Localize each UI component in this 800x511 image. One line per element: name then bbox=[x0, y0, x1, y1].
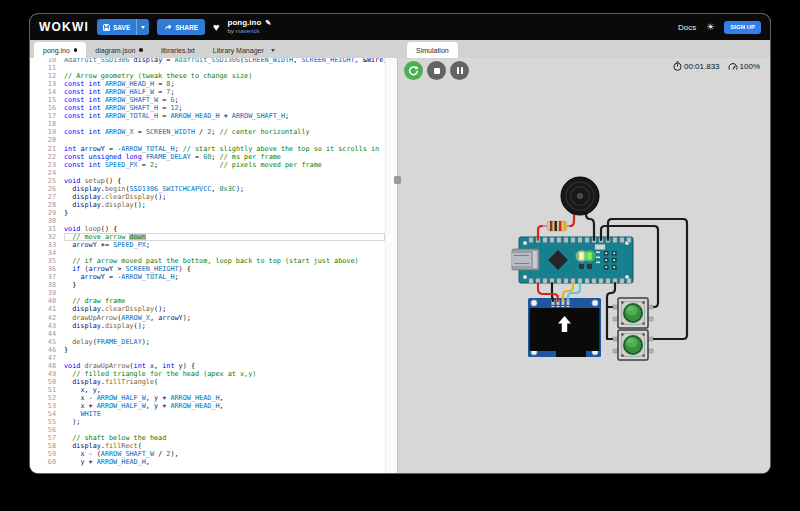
code-line[interactable]: 53 x + ARROW_HALF_W, y + ARROW_HEAD_H, bbox=[30, 402, 385, 410]
restart-simulation-button[interactable] bbox=[404, 61, 423, 80]
code-line[interactable]: 35 // if arrow moved past the bottom, lo… bbox=[30, 257, 385, 265]
panel-splitter[interactable] bbox=[397, 58, 398, 473]
save-button[interactable]: SAVE bbox=[97, 19, 136, 35]
line-number: 38 bbox=[30, 281, 64, 289]
code-line[interactable]: 55 ); bbox=[30, 418, 385, 426]
wire-button2-gnd[interactable] bbox=[607, 307, 614, 339]
save-dropdown-button[interactable] bbox=[136, 19, 149, 35]
line-number: 34 bbox=[30, 249, 64, 257]
docs-link[interactable]: Docs bbox=[678, 23, 696, 32]
code-line[interactable]: 13const int ARROW_HEAD_H = 8; bbox=[30, 80, 385, 88]
signup-button[interactable]: SIGN UP bbox=[724, 21, 761, 34]
code-line[interactable]: 40 // draw frame bbox=[30, 297, 385, 305]
byline-prefix: by bbox=[228, 28, 234, 34]
stop-simulation-button[interactable] bbox=[427, 61, 446, 80]
code-line[interactable]: 17const int ARROW_TOTAL_H = ARROW_HEAD_H… bbox=[30, 112, 385, 120]
pushbutton-top[interactable] bbox=[613, 298, 653, 328]
editor-scrollbar[interactable] bbox=[385, 58, 397, 473]
code-editor[interactable]: 10Adafruit_SSD1306 display = Adafruit_SS… bbox=[30, 58, 397, 473]
code-line[interactable]: 24 bbox=[30, 169, 385, 177]
splitter-drag-handle[interactable] bbox=[394, 176, 401, 184]
share-label: SHARE bbox=[175, 24, 198, 31]
code-line[interactable]: 32 // move arrow down bbox=[30, 233, 385, 241]
resistor[interactable] bbox=[542, 221, 572, 231]
code-line[interactable]: 52 x - ARROW_HALF_W, y + ARROW_HEAD_H, bbox=[30, 394, 385, 402]
tab-library-manager[interactable]: Library Manager bbox=[204, 42, 284, 58]
wire-oled-gnd[interactable] bbox=[552, 283, 553, 301]
theme-toggle-icon[interactable]: ☀ bbox=[706, 23, 714, 32]
code-line[interactable]: 60 y + ARROW_HEAD_H, bbox=[30, 458, 385, 466]
heart-icon[interactable]: ♥ bbox=[213, 22, 220, 33]
code-line[interactable]: 22const unsigned long FRAME_DELAY = 60; … bbox=[30, 153, 385, 161]
code-line[interactable]: 49 // filled triangle for the head (apex… bbox=[30, 370, 385, 378]
code-line[interactable]: 57 // shaft below the head bbox=[30, 434, 385, 442]
piezo-buzzer[interactable] bbox=[561, 177, 599, 215]
code-line[interactable]: 38 } bbox=[30, 281, 385, 289]
code-line[interactable]: 58 display.fillRect( bbox=[30, 442, 385, 450]
tab-simulation[interactable]: Simulation bbox=[407, 42, 458, 58]
line-number: 59 bbox=[30, 450, 64, 458]
code-line[interactable]: 36 if (arrowY > SCREEN_HEIGHT) { bbox=[30, 265, 385, 273]
code-line[interactable]: 44 bbox=[30, 330, 385, 338]
wire-button1-gnd[interactable] bbox=[607, 283, 615, 307]
code-line[interactable]: 18 bbox=[30, 120, 385, 128]
code-line[interactable]: 14const int ARROW_HALF_W = 7; bbox=[30, 88, 385, 96]
code-line[interactable]: 31void loop() { bbox=[30, 225, 385, 233]
code-line[interactable]: 20 bbox=[30, 136, 385, 144]
tab-pong-ino[interactable]: pong.ino bbox=[34, 42, 86, 58]
code-line[interactable]: 15const int ARROW_SHAFT_W = 6; bbox=[30, 96, 385, 104]
code-line[interactable]: 47 bbox=[30, 354, 385, 362]
line-number: 43 bbox=[30, 322, 64, 330]
arduino-nano[interactable] bbox=[512, 237, 633, 284]
line-number: 35 bbox=[30, 257, 64, 265]
header-right: Docs ☀ SIGN UP bbox=[678, 21, 761, 34]
reset-button[interactable] bbox=[595, 245, 605, 250]
line-number: 13 bbox=[30, 80, 64, 88]
code-line[interactable]: 39 bbox=[30, 289, 385, 297]
wokwi-logo: WOKWI bbox=[39, 20, 89, 34]
tab-diagram-json[interactable]: diagram.json bbox=[86, 42, 152, 58]
code-line[interactable]: 50 display.fillTriangle( bbox=[30, 378, 385, 386]
edit-pencil-icon[interactable]: ✎ bbox=[265, 19, 271, 28]
code-line[interactable]: 19const int ARROW_X = SCREEN_WIDTH / 2; … bbox=[30, 128, 385, 136]
code-line[interactable]: 59 x - (ARROW_SHAFT_W / 2), bbox=[30, 450, 385, 458]
code-line[interactable]: 29} bbox=[30, 209, 385, 217]
code-line[interactable]: 16const int ARROW_SHAFT_H = 12; bbox=[30, 104, 385, 112]
share-button[interactable]: SHARE bbox=[157, 19, 205, 35]
code-line[interactable]: 41 display.clearDisplay(); bbox=[30, 305, 385, 313]
pause-simulation-button[interactable] bbox=[450, 61, 469, 80]
share-icon bbox=[164, 23, 172, 31]
sim-controls bbox=[404, 61, 469, 80]
code-line[interactable]: 46} bbox=[30, 346, 385, 354]
code-line[interactable]: 26 display.begin(SSD1306_SWITCHCAPVCC, 0… bbox=[30, 185, 385, 193]
code-line[interactable]: 37 arrowY = -ARROW_TOTAL_H; bbox=[30, 273, 385, 281]
author-link[interactable]: maverick bbox=[236, 28, 260, 34]
tab-label: Simulation bbox=[416, 47, 449, 54]
code-line[interactable]: 43 display.display(); bbox=[30, 322, 385, 330]
tab-libraries-txt[interactable]: libraries.txt bbox=[152, 42, 204, 58]
code-line[interactable]: 21int arrowY = -ARROW_TOTAL_H; // start … bbox=[30, 145, 385, 153]
code-line[interactable]: 56 bbox=[30, 426, 385, 434]
code-line[interactable]: 23const int SPEED_PX = 2; // pixels move… bbox=[30, 161, 385, 169]
code-line[interactable]: 54 WHITE bbox=[30, 410, 385, 418]
tx-led-lit bbox=[579, 252, 584, 260]
code-line[interactable]: 12// Arrow geometry (tweak these to chan… bbox=[30, 72, 385, 80]
line-number: 27 bbox=[30, 193, 64, 201]
wokwi-app-window: WOKWI SAVE SHARE ♥ pong.ino✎ by maverick… bbox=[30, 14, 770, 473]
line-number: 45 bbox=[30, 338, 64, 346]
code-line[interactable]: 27 display.clearDisplay(); bbox=[30, 193, 385, 201]
ssd1306-oled-display[interactable] bbox=[528, 298, 601, 357]
code-line[interactable]: 51 x, y, bbox=[30, 386, 385, 394]
code-line[interactable]: 25void setup() { bbox=[30, 177, 385, 185]
pushbutton-bottom[interactable] bbox=[613, 330, 653, 360]
code-line[interactable]: 48void drawUpArrow(int x, int y) { bbox=[30, 362, 385, 370]
code-line[interactable]: 11 bbox=[30, 64, 385, 72]
line-number: 14 bbox=[30, 88, 64, 96]
code-line[interactable]: 28 display.display(); bbox=[30, 201, 385, 209]
code-line[interactable]: 42 drawUpArrow(ARROW_X, arrowY); bbox=[30, 314, 385, 322]
code-line[interactable]: 45 delay(FRAME_DELAY); bbox=[30, 338, 385, 346]
sim-time-stat: 00:01.833 bbox=[673, 61, 720, 71]
code-line[interactable]: 33 arrowY += SPEED_PX; bbox=[30, 241, 385, 249]
code-line[interactable]: 30 bbox=[30, 217, 385, 225]
code-line[interactable]: 34 bbox=[30, 249, 385, 257]
